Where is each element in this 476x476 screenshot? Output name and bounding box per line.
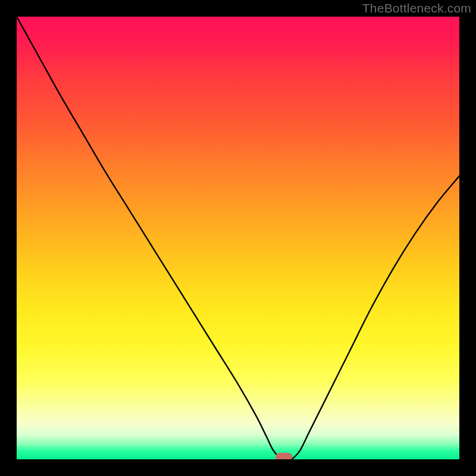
plot-area	[17, 17, 459, 459]
bottleneck-curve	[17, 17, 459, 459]
watermark-text: TheBottleneck.com	[362, 1, 471, 15]
chart-frame: TheBottleneck.com	[0, 0, 476, 476]
optimal-point-marker	[275, 453, 292, 459]
